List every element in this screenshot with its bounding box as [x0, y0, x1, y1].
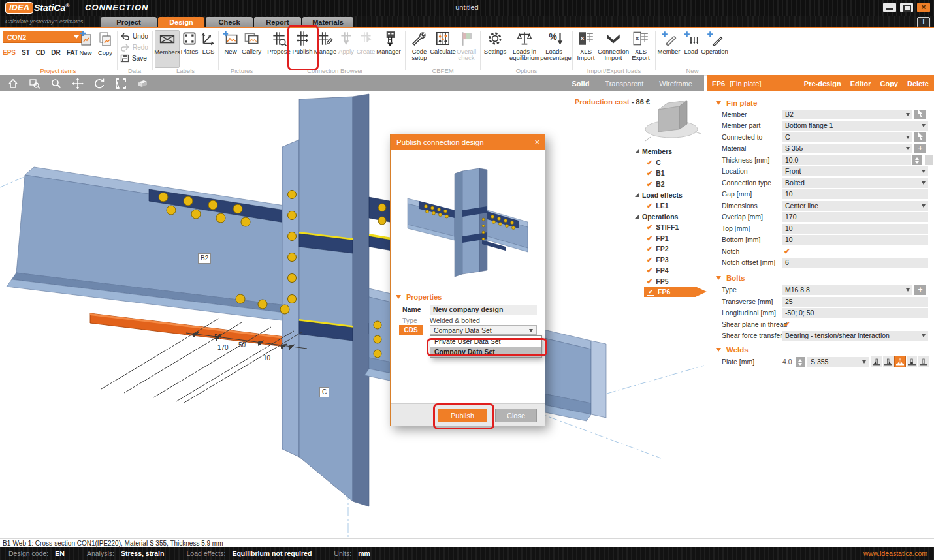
- option-private-user-data-set[interactable]: Private User Data Set: [430, 336, 541, 347]
- bolt-type-select[interactable]: M16 8.8: [782, 285, 912, 295]
- save-button[interactable]: Save: [120, 53, 148, 64]
- tree-item-stiff1[interactable]: ✔STIFF1: [631, 222, 679, 232]
- section-bolts[interactable]: Bolts: [707, 273, 934, 283]
- 3d-viewport-scene[interactable]: 50 170 50 10: [0, 91, 704, 538]
- check-icon[interactable]: ✔: [647, 288, 654, 296]
- xls-import-button[interactable]: X XLS Import: [573, 30, 598, 67]
- tab-project[interactable]: Project: [101, 17, 157, 27]
- plates-labels-button[interactable]: Plates: [180, 30, 199, 67]
- check-icon[interactable]: ✔: [647, 234, 652, 243]
- add-bolt-type-button[interactable]: +: [914, 285, 926, 295]
- maximize-button[interactable]: [900, 3, 913, 12]
- longitudinal-input[interactable]: -50; 0; 50: [782, 308, 928, 318]
- xls-export-button[interactable]: X XLS Export: [628, 30, 653, 67]
- view-mode-transparent[interactable]: Transparent: [605, 80, 643, 87]
- thickness-stepper[interactable]: [912, 155, 922, 165]
- new-operation-button[interactable]: Operation: [701, 30, 728, 67]
- check-icon[interactable]: ✔: [647, 180, 652, 189]
- delete-link[interactable]: Delete: [907, 80, 929, 87]
- member-select[interactable]: B2: [782, 110, 912, 119]
- dialog-title-bar[interactable]: Publish connection design: [391, 134, 545, 150]
- lcs-labels-button[interactable]: LCS: [199, 30, 217, 67]
- check-icon[interactable]: ✔: [647, 202, 652, 210]
- zoom-button[interactable]: [48, 77, 65, 90]
- dialog-publish-button[interactable]: Publish: [438, 409, 487, 422]
- check-icon[interactable]: ✔: [647, 277, 652, 286]
- check-icon[interactable]: ✔: [647, 223, 652, 232]
- tree-load-effects-header[interactable]: Load effects: [631, 190, 683, 200]
- shear-plane-checkbox[interactable]: ✔: [784, 320, 790, 329]
- manager-button[interactable]: Manager: [376, 30, 402, 67]
- new-picture-button[interactable]: New: [221, 30, 240, 67]
- loads-in-equilibrium-button[interactable]: Loads in equilibrium: [509, 30, 540, 67]
- tree-item-fp1[interactable]: ✔FP1: [631, 233, 668, 243]
- bottom-input[interactable]: 10: [782, 235, 928, 245]
- pick-member-button[interactable]: [914, 110, 926, 119]
- top-input[interactable]: 10: [782, 224, 928, 234]
- transverse-input[interactable]: 25: [782, 297, 928, 307]
- thickness-more-button[interactable]: ...: [925, 155, 933, 165]
- copy-project-item-button[interactable]: Copy: [95, 30, 115, 67]
- thickness-input[interactable]: 10.0: [782, 155, 911, 165]
- tree-item-b1[interactable]: ✔B1: [631, 168, 665, 178]
- predesign-link[interactable]: Pre-design: [804, 80, 841, 87]
- undo-button[interactable]: Undo: [120, 31, 148, 42]
- settings-button[interactable]: Settings: [483, 30, 507, 67]
- tree-item-fp6-selected[interactable]: ✔ FP6: [644, 287, 707, 297]
- tab-check[interactable]: Check: [206, 17, 253, 27]
- weld-type-butt[interactable]: [918, 356, 929, 367]
- navigation-cube[interactable]: [645, 101, 701, 141]
- check-icon[interactable]: ✔: [647, 245, 652, 253]
- dialog-close-icon[interactable]: ×: [534, 134, 539, 150]
- option-company-data-set[interactable]: Company Data Set: [430, 347, 541, 357]
- tree-item-c[interactable]: ✔C: [631, 157, 661, 168]
- close-button[interactable]: ×: [917, 3, 930, 12]
- apply-button[interactable]: Apply: [336, 30, 356, 67]
- notch-checkbox[interactable]: ✔: [784, 247, 790, 256]
- tree-item-fp2[interactable]: ✔FP2: [631, 243, 668, 254]
- weld-material-select[interactable]: S 355: [807, 357, 869, 367]
- editor-link[interactable]: Editor: [850, 80, 871, 87]
- mode-eps[interactable]: EPS: [3, 49, 16, 56]
- weld-type-fillet-both-selected[interactable]: [895, 356, 905, 367]
- tree-item-b2[interactable]: ✔B2: [631, 179, 665, 189]
- tree-item-fp3[interactable]: ✔FP3: [631, 255, 668, 265]
- tab-materials[interactable]: Materials: [302, 17, 353, 27]
- project-item-combo[interactable]: CON2: [3, 31, 82, 43]
- solid-view-icon[interactable]: [134, 77, 151, 90]
- weld-thickness-stepper[interactable]: [796, 357, 805, 367]
- check-icon[interactable]: ✔: [647, 169, 652, 178]
- check-icon[interactable]: ✔: [647, 159, 652, 167]
- home-view-button[interactable]: [5, 77, 22, 90]
- propose-button[interactable]: Propose: [267, 30, 291, 67]
- info-button[interactable]: i: [917, 17, 930, 27]
- material-select[interactable]: S 355: [782, 144, 912, 153]
- beam-b2-geometry[interactable]: [7, 167, 297, 322]
- code-setup-button[interactable]: Code setup: [408, 30, 431, 67]
- publish-button[interactable]: Publish: [291, 30, 314, 67]
- tab-report[interactable]: Report: [254, 17, 301, 27]
- location-select[interactable]: Front: [782, 166, 928, 176]
- calculate-button[interactable]: Calculate: [431, 30, 455, 67]
- mode-dr[interactable]: DR: [51, 49, 60, 56]
- section-welds[interactable]: Welds: [707, 345, 934, 355]
- member-part-select[interactable]: Bottom flange 1: [782, 121, 928, 131]
- rotate-button[interactable]: [91, 77, 108, 90]
- gap-input[interactable]: 10: [782, 189, 928, 199]
- overall-check-button[interactable]: Overall check: [455, 30, 478, 67]
- overlap-input[interactable]: 170: [782, 212, 928, 222]
- dialog-close-button[interactable]: Close: [495, 409, 537, 422]
- gallery-button[interactable]: Gallery: [240, 30, 263, 67]
- tree-item-fp4[interactable]: ✔FP4: [631, 265, 668, 275]
- tree-item-le1[interactable]: ✔LE1: [631, 200, 668, 211]
- pick-connected-button[interactable]: [914, 132, 926, 142]
- section-fin-plate[interactable]: Fin plate: [707, 98, 934, 108]
- new-project-item-button[interactable]: New: [76, 30, 95, 67]
- weld-thickness-value[interactable]: 4.0: [782, 358, 792, 366]
- check-icon[interactable]: ✔: [647, 266, 652, 275]
- design-name-input[interactable]: New company design: [430, 305, 537, 315]
- add-material-button[interactable]: +: [914, 144, 926, 153]
- manage-button[interactable]: Manage: [314, 30, 336, 67]
- weld-type-fillet-left[interactable]: [871, 356, 882, 367]
- minimize-button[interactable]: [883, 3, 896, 12]
